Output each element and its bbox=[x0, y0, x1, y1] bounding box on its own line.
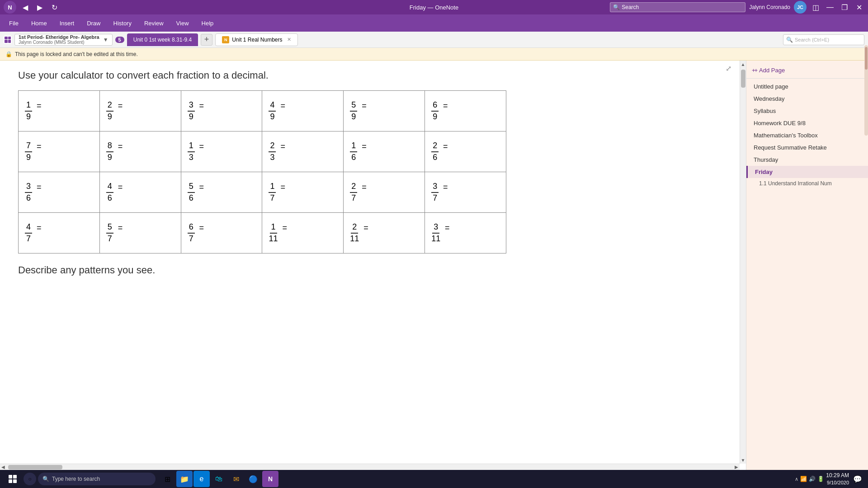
scroll-right-arrow[interactable]: ▶ bbox=[733, 464, 740, 470]
volume-icon[interactable]: 🔊 bbox=[809, 476, 816, 482]
sidebar-page-item-5[interactable]: Request Summative Retake bbox=[746, 141, 868, 154]
file-explorer-button[interactable]: 📁 bbox=[176, 471, 193, 487]
fraction-cell: 1 6 = bbox=[344, 131, 425, 172]
menu-file[interactable]: File bbox=[4, 18, 24, 28]
add-tab-button[interactable]: + bbox=[201, 34, 212, 46]
store-button[interactable]: 🛍 bbox=[211, 471, 227, 487]
active-tab[interactable]: Unit 0 1st week 8.31-9.4 bbox=[127, 33, 198, 46]
sidebar-divider bbox=[746, 78, 868, 79]
user-name-label: Jalynn Coronado bbox=[749, 4, 790, 10]
fraction-display: 4 6 bbox=[106, 182, 113, 203]
refresh-button[interactable]: ↻ bbox=[49, 2, 60, 13]
menu-insert[interactable]: Insert bbox=[54, 18, 80, 28]
notification-button[interactable]: 💬 bbox=[851, 471, 864, 487]
onenote-taskbar-button[interactable]: N bbox=[262, 471, 278, 487]
sidebar-page-item-3[interactable]: Homework DUE 9/8 bbox=[746, 117, 868, 129]
sidebar-page-item-8[interactable]: 1.1 Understand Irrational Num bbox=[746, 178, 868, 189]
network-icon[interactable]: 📶 bbox=[800, 476, 807, 482]
fraction-denominator: 11 bbox=[350, 234, 359, 244]
lock-icon: 🔒 bbox=[5, 51, 12, 57]
title-bar: N ◀ ▶ ↻ Friday — OneNote 🔍 Search Jalynn… bbox=[0, 0, 868, 14]
scroll-up-arrow[interactable]: ▲ bbox=[740, 61, 746, 68]
fraction-display: 2 9 bbox=[106, 101, 113, 122]
notebook-bar: 1st Period- Etheridge Pre- Algebra Jalyn… bbox=[0, 32, 868, 48]
equals-sign: = bbox=[443, 183, 448, 192]
minimize-button[interactable]: — bbox=[825, 2, 835, 13]
fraction-denominator: 9 bbox=[188, 112, 195, 122]
fraction-numerator: 5 bbox=[106, 223, 113, 234]
user-avatar[interactable]: JC bbox=[794, 1, 807, 14]
title-search-bar[interactable]: 🔍 Search bbox=[610, 2, 745, 12]
menu-history[interactable]: History bbox=[108, 18, 137, 28]
fraction-cell: 4 7 = bbox=[19, 213, 100, 253]
horizontal-scrollbar[interactable]: ◀ ▶ bbox=[0, 464, 740, 470]
restore-button[interactable]: ❐ bbox=[839, 2, 850, 13]
sidebar-page-item-1[interactable]: Wednesday bbox=[746, 93, 868, 105]
sidebar-page-item-4[interactable]: Mathematician's Toolbox bbox=[746, 129, 868, 141]
fraction-numerator: 2 bbox=[269, 141, 276, 152]
mail-button[interactable]: ✉ bbox=[228, 471, 244, 487]
unit-tab-close[interactable]: ✕ bbox=[287, 37, 291, 42]
fraction-denominator: 9 bbox=[431, 112, 439, 122]
sidebar-page-item-6[interactable]: Thursday bbox=[746, 154, 868, 166]
expand-button[interactable]: ⤢ bbox=[726, 64, 731, 73]
notebook-selector[interactable]: 1st Period- Etheridge Pre- Algebra Jalyn… bbox=[14, 34, 113, 46]
task-view-button[interactable]: ⊞ bbox=[159, 471, 175, 487]
h-scroll-thumb[interactable] bbox=[8, 465, 62, 469]
fraction-numerator: 1 bbox=[270, 223, 277, 234]
battery-icon[interactable]: 🔋 bbox=[817, 476, 824, 482]
scroll-left-arrow[interactable]: ◀ bbox=[0, 464, 6, 470]
fraction-cell: 1 7 = bbox=[262, 172, 344, 213]
forward-button[interactable]: ▶ bbox=[34, 2, 45, 13]
fraction-denominator: 6 bbox=[188, 193, 195, 203]
fraction-display: 8 9 bbox=[106, 141, 113, 162]
fraction-numerator: 1 bbox=[269, 182, 276, 193]
system-icons: ∧ 📶 🔊 🔋 bbox=[795, 476, 824, 482]
menu-home[interactable]: Home bbox=[26, 18, 52, 28]
cortana-icon: ○ bbox=[28, 476, 31, 482]
menu-help[interactable]: Help bbox=[196, 18, 219, 28]
start-button[interactable] bbox=[4, 471, 22, 487]
edge-browser-button[interactable]: e bbox=[193, 471, 210, 487]
onenote-app-icon: N bbox=[4, 1, 16, 14]
sidebar-pages: Untitled pageWednesdaySyllabusHomework D… bbox=[746, 80, 868, 189]
fraction-display: 2 3 bbox=[269, 141, 276, 162]
taskbar-search[interactable]: 🔍 Type here to search bbox=[38, 473, 156, 485]
unit-tab[interactable]: N Unit 1 Real Numbers ✕ bbox=[215, 33, 297, 46]
fraction-numerator: 4 bbox=[25, 223, 32, 234]
fraction-numerator: 1 bbox=[188, 141, 195, 152]
menu-review[interactable]: Review bbox=[139, 18, 169, 28]
menu-draw[interactable]: Draw bbox=[81, 18, 106, 28]
notebook-search[interactable]: 🔍 Search (Ctrl+E) bbox=[783, 34, 864, 45]
notebook-name: 1st Period- Etheridge Pre- Algebra bbox=[19, 34, 99, 40]
monitor-icon[interactable]: ◫ bbox=[810, 2, 821, 13]
sidebar-page-item-0[interactable]: Untitled page bbox=[746, 80, 868, 93]
menu-view[interactable]: View bbox=[171, 18, 194, 28]
notebook-icon[interactable] bbox=[4, 36, 12, 44]
equals-sign: = bbox=[118, 183, 123, 192]
chrome-button[interactable]: 🔵 bbox=[245, 471, 261, 487]
cortana-button[interactable]: ○ bbox=[24, 473, 36, 485]
scroll-down-arrow[interactable]: ▼ bbox=[740, 456, 746, 464]
sidebar-scroll-thumb[interactable] bbox=[865, 61, 868, 70]
content-wrapper: ⤢ Use your calculator to convert each fr… bbox=[0, 61, 746, 470]
content-scrollbar[interactable]: ▲ ▼ bbox=[740, 61, 746, 464]
taskbar-clock[interactable]: 10:29 AM 9/10/2020 bbox=[826, 472, 849, 486]
fraction-cell: 5 7 = bbox=[99, 213, 181, 253]
close-button[interactable]: ✕ bbox=[854, 2, 864, 13]
sidebar-scrollbar[interactable] bbox=[864, 61, 868, 136]
add-page-button[interactable]: + + Add Page bbox=[746, 64, 868, 76]
equals-sign: = bbox=[199, 142, 204, 151]
fraction-cell: 5 6 = bbox=[181, 172, 262, 213]
expand-tray-icon[interactable]: ∧ bbox=[795, 476, 798, 482]
h-scroll-track[interactable] bbox=[6, 464, 733, 470]
equals-sign: = bbox=[445, 223, 450, 232]
scroll-track[interactable] bbox=[740, 68, 746, 456]
back-button[interactable]: ◀ bbox=[20, 2, 31, 13]
equals-sign: = bbox=[37, 142, 42, 151]
sidebar-page-item-2[interactable]: Syllabus bbox=[746, 105, 868, 117]
scroll-thumb[interactable] bbox=[741, 70, 745, 88]
chrome-icon: 🔵 bbox=[249, 475, 258, 483]
fraction-denominator: 7 bbox=[431, 193, 439, 203]
sidebar-page-item-7[interactable]: Friday bbox=[746, 166, 868, 178]
